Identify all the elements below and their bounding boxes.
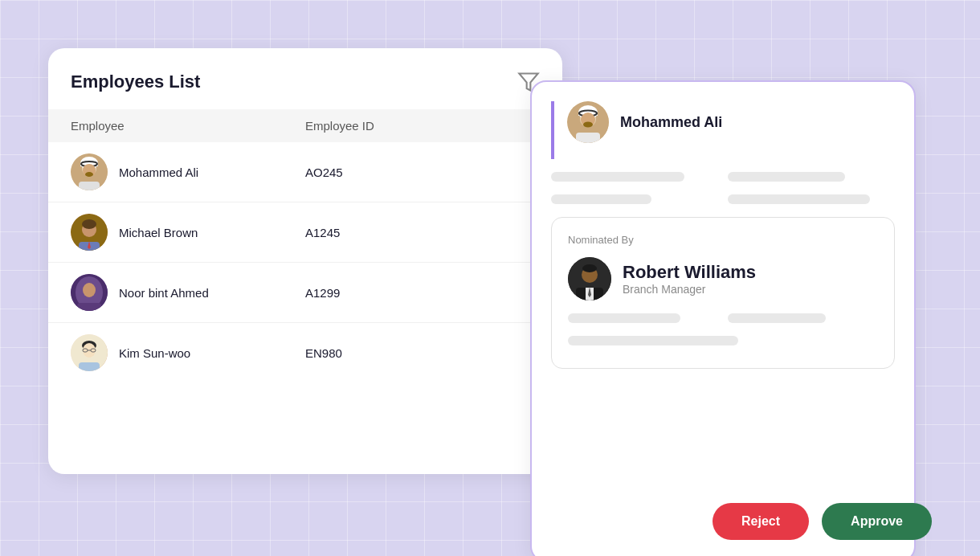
employee-cell: Kim Sun-woo (71, 334, 305, 371)
employee-name: Kim Sun-woo (119, 346, 190, 360)
skeleton-line (568, 336, 738, 345)
skeleton-line (551, 172, 684, 182)
skeleton-line (728, 313, 826, 323)
svg-point-31 (583, 122, 593, 128)
nominator-role: Branch Manager (623, 283, 756, 296)
employee-cell: Michael Brown (71, 214, 305, 251)
employee-name: Michael Brown (119, 226, 198, 239)
selected-employee-name: Mohammed Ali (620, 114, 722, 131)
nominator-info: Robert Williams Branch Manager (568, 257, 878, 300)
skeleton-line (568, 313, 680, 323)
avatar (71, 153, 108, 190)
employee-id: AO245 (305, 166, 540, 179)
svg-rect-8 (79, 182, 100, 190)
approve-button[interactable]: Approve (822, 503, 932, 540)
skeleton-line (728, 172, 845, 182)
employees-card-header: Employees List (48, 71, 562, 109)
employee-id: A1245 (305, 226, 540, 239)
svg-rect-24 (79, 362, 100, 371)
employee-name: Mohammed Ali (119, 166, 198, 179)
table-row[interactable]: Kim Sun-woo EN980 (48, 323, 562, 382)
nominator-avatar (568, 257, 611, 300)
svg-point-38 (582, 264, 597, 272)
avatar (71, 214, 108, 251)
employee-id: EN980 (305, 346, 540, 360)
detail-panel: Mohammed Ali Nominated By (530, 80, 916, 556)
skeleton-line (551, 194, 651, 204)
svg-point-11 (82, 219, 96, 229)
employees-card: Employees List Employee Employee ID (48, 48, 562, 474)
svg-rect-32 (576, 133, 600, 143)
nominator-details: Robert Williams Branch Manager (623, 262, 756, 296)
svg-point-16 (83, 283, 96, 297)
col-employee: Employee (71, 119, 305, 133)
skeleton-line (728, 194, 870, 204)
avatar (567, 101, 609, 143)
nominated-by-label: Nominated By (568, 234, 878, 246)
svg-rect-17 (77, 303, 101, 311)
avatar (71, 274, 108, 311)
selected-employee-header: Mohammed Ali (551, 101, 895, 159)
employee-cell: Mohammed Ali (71, 153, 305, 190)
main-container: Employees List Employee Employee ID (48, 48, 932, 514)
table-row[interactable]: Noor bint Ahmed A1299 (48, 263, 562, 323)
employee-name: Noor bint Ahmed (119, 286, 209, 300)
nominated-card: Nominated By (551, 217, 895, 369)
table-row[interactable]: Michael Brown A1245 (48, 202, 562, 263)
skeleton-group-3 (568, 313, 878, 323)
col-employee-id: Employee ID (305, 119, 540, 133)
page-title: Employees List (71, 72, 200, 92)
skeleton-group-2 (551, 194, 895, 204)
skeleton-group-1 (551, 172, 895, 182)
action-buttons: Reject Approve (713, 503, 932, 540)
avatar (71, 334, 108, 371)
employee-cell: Noor bint Ahmed (71, 274, 305, 311)
svg-point-7 (85, 172, 93, 177)
employee-id: A1299 (305, 286, 540, 300)
table-header: Employee Employee ID (48, 109, 562, 142)
table-row[interactable]: Mohammed Ali AO245 (48, 142, 562, 202)
reject-button[interactable]: Reject (713, 503, 809, 540)
nominator-name: Robert Williams (623, 262, 756, 283)
